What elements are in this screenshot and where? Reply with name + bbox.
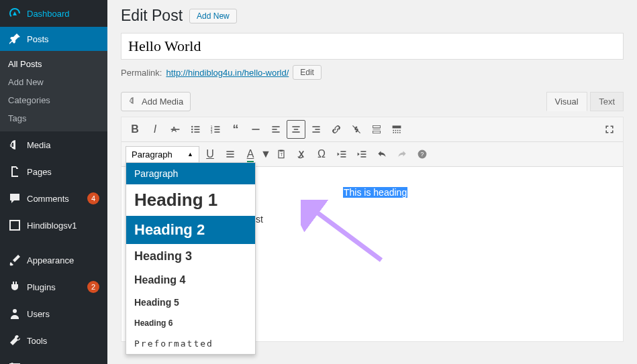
align-right-button[interactable] [307, 120, 326, 139]
unlink-button[interactable] [347, 120, 366, 139]
svg-rect-54 [360, 151, 366, 152]
dd-heading5[interactable]: Heading 5 [126, 292, 255, 313]
submenu-all-posts[interactable]: All Posts [0, 55, 107, 73]
dd-preformatted[interactable]: Preformatted [126, 333, 255, 354]
blockquote-button[interactable]: “ [226, 120, 245, 139]
submenu-categories[interactable]: Categories [0, 91, 107, 109]
bullet-list-button[interactable] [186, 120, 205, 139]
readmore-button[interactable] [367, 120, 386, 139]
generic-icon [8, 219, 21, 232]
paste-text-button[interactable]: T [272, 145, 291, 164]
svg-rect-40 [399, 130, 401, 131]
svg-rect-49 [280, 150, 283, 151]
clear-format-button[interactable] [292, 145, 311, 164]
submenu-tags[interactable]: Tags [0, 109, 107, 127]
dd-heading6[interactable]: Heading 6 [126, 313, 255, 333]
svg-rect-36 [393, 125, 401, 128]
dd-heading2[interactable]: Heading 2 [126, 216, 255, 244]
page-title: Edit Post [121, 7, 183, 25]
specialchar-button[interactable]: Ω [312, 145, 331, 164]
sidebar-item-label: Posts [27, 34, 99, 44]
svg-point-12 [191, 129, 193, 130]
sidebar-item-label: Appearance [27, 255, 99, 265]
help-button[interactable]: ? [413, 145, 432, 164]
bold-button[interactable]: B [126, 120, 144, 139]
sidebar-item-pages[interactable]: Pages [0, 158, 107, 185]
italic-button[interactable]: I [146, 120, 164, 139]
dd-heading1[interactable]: Heading 1 [126, 184, 255, 216]
textcolor-dropdown-button[interactable]: ▼ [261, 145, 271, 164]
svg-rect-21 [214, 131, 219, 133]
align-left-button[interactable] [266, 120, 285, 139]
svg-rect-55 [360, 154, 366, 155]
svg-rect-26 [292, 126, 299, 127]
svg-rect-11 [194, 126, 199, 127]
pin-icon [8, 32, 21, 46]
hr-button[interactable] [246, 120, 265, 139]
svg-rect-46 [226, 154, 234, 155]
svg-rect-13 [194, 129, 199, 130]
dd-paragraph[interactable]: Paragraph [126, 163, 255, 184]
align-center-button[interactable] [287, 120, 305, 139]
add-media-button[interactable]: Add Media [121, 92, 191, 111]
tab-visual[interactable]: Visual [546, 92, 587, 111]
svg-text:T: T [280, 152, 283, 157]
svg-rect-28 [292, 131, 299, 133]
pages-icon [8, 165, 21, 178]
dd-heading4[interactable]: Heading 4 [126, 269, 255, 292]
sidebar-item-users[interactable]: Users [0, 300, 107, 327]
content-peek-text: st [256, 214, 263, 225]
svg-rect-56 [360, 156, 366, 158]
svg-rect-51 [340, 151, 346, 152]
textcolor-button[interactable]: A [241, 145, 260, 164]
sidebar-item-label: Hindiblogsv1 [27, 221, 99, 231]
svg-rect-31 [312, 131, 320, 133]
sidebar-item-comments[interactable]: Comments 4 [0, 185, 107, 212]
strike-button[interactable]: A [166, 120, 185, 139]
sidebar-item-label: Media [27, 140, 99, 150]
fullscreen-button[interactable] [600, 120, 619, 139]
sidebar-item-label: Plugins [27, 282, 83, 292]
sidebar-item-appearance[interactable]: Appearance [0, 247, 107, 274]
sidebar-item-plugins[interactable]: Plugins 2 [0, 274, 107, 300]
sidebar-item-label: Pages [27, 167, 99, 177]
post-title-input[interactable] [121, 33, 624, 60]
undo-button[interactable] [373, 145, 391, 164]
editor-top-row: Add Media Visual Text [121, 92, 624, 111]
svg-rect-52 [340, 154, 346, 155]
sidebar-item-dashboard[interactable]: Dashboard [0, 0, 107, 27]
indent-button[interactable] [352, 145, 371, 164]
add-new-button[interactable]: Add New [189, 9, 237, 23]
sidebar-item-label: Comments [27, 194, 83, 204]
link-button[interactable] [327, 120, 346, 139]
toolbar-toggle-button[interactable] [387, 120, 406, 139]
camera-icon [128, 96, 138, 107]
format-select[interactable]: Paragraph ▲ Paragraph Heading 1 Heading … [126, 146, 199, 163]
sidebar-item-posts[interactable]: Posts [0, 27, 107, 51]
settings-icon [8, 361, 21, 364]
justify-button[interactable] [221, 145, 240, 164]
sidebar-item-settings[interactable]: Settings [0, 354, 107, 364]
sidebar-item-media[interactable]: Media [0, 131, 107, 158]
svg-point-1 [13, 309, 17, 313]
dashboard-icon [8, 7, 21, 20]
permalink-edit-button[interactable]: Edit [293, 65, 322, 80]
svg-text:?: ? [421, 151, 424, 158]
svg-rect-30 [315, 129, 320, 130]
outdent-button[interactable] [332, 145, 351, 164]
svg-rect-33 [373, 125, 380, 127]
sidebar-item-tools[interactable]: Tools [0, 327, 107, 354]
number-list-button[interactable]: 123 [206, 120, 225, 139]
dd-heading3[interactable]: Heading 3 [126, 244, 255, 269]
sidebar-item-label: Dashboard [27, 9, 99, 19]
permalink-url[interactable]: http://hindiblog4u.in/hello-world/ [166, 68, 289, 78]
editor-wrap: B I A 123 “ Paragraph ▲ Paragraph Headin… [121, 117, 624, 342]
redo-button[interactable] [393, 145, 411, 164]
underline-button[interactable]: U [201, 145, 219, 164]
svg-point-10 [191, 126, 193, 127]
sidebar-item-hindiblogs[interactable]: Hindiblogsv1 [0, 212, 107, 239]
submenu-add-new[interactable]: Add New [0, 73, 107, 91]
tab-text[interactable]: Text [590, 92, 624, 111]
svg-rect-15 [194, 131, 199, 133]
tools-icon [8, 334, 21, 347]
